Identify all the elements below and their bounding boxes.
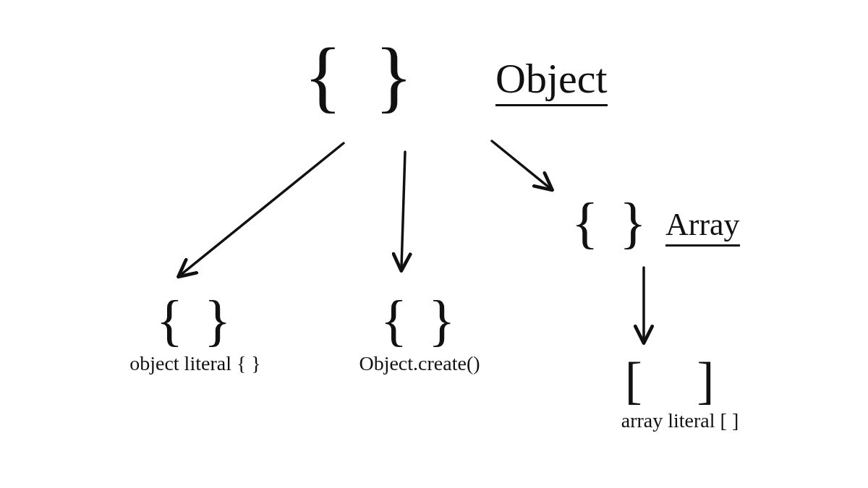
object-literal-braces-icon: { } <box>101 293 289 349</box>
prototype-diagram: { } Object { } object literal { } { } Ob… <box>0 0 868 488</box>
array-label-text: Array <box>665 206 740 247</box>
root-object-label: Object <box>495 54 608 106</box>
array-label: Array <box>665 206 740 247</box>
svg-line-1 <box>401 152 405 267</box>
array-literal-brackets-icon: [ ] <box>579 354 781 406</box>
array-literal-caption: array literal [ ] <box>579 409 781 432</box>
array-node: { } <box>571 195 650 252</box>
root-object-node: { } <box>304 36 420 116</box>
object-create-braces-icon: { } <box>326 293 514 349</box>
object-literal-node: { } object literal { } <box>101 293 289 375</box>
array-literal-node: [ ] array literal [ ] <box>579 354 781 432</box>
object-create-caption: Object.create() <box>326 352 514 375</box>
root-braces-icon: { } <box>304 32 420 120</box>
svg-line-2 <box>492 141 550 188</box>
array-braces-icon: { } <box>571 192 650 254</box>
svg-line-0 <box>181 143 344 275</box>
object-create-node: { } Object.create() <box>326 293 514 375</box>
object-label-text: Object <box>495 54 608 106</box>
object-literal-caption: object literal { } <box>101 352 289 375</box>
